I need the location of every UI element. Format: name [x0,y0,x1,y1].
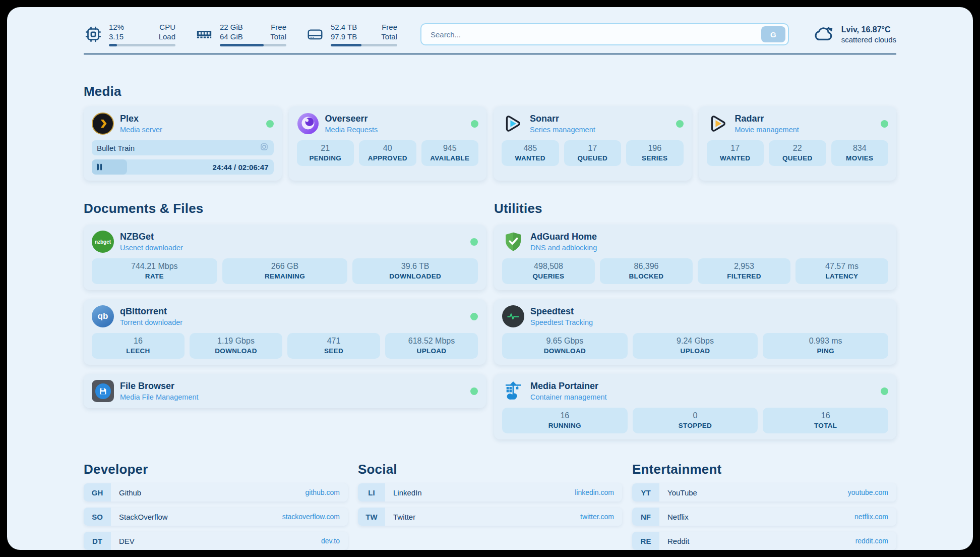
stat-tile: 9.24 GbpsUPLOAD [633,333,758,359]
stat-tile: 0.993 msPING [763,333,888,359]
card-title: Sonarr [530,114,595,124]
card-plex[interactable]: Plex Media server Bullet Train [84,106,282,181]
status-dot [470,387,478,395]
radarr-icon [707,113,729,135]
cpu-progressbar [109,44,175,46]
weather-widget[interactable]: Lviv, 16.87°C scattered clouds [812,24,896,45]
speedtest-icon [502,305,524,327]
stat-tile: 86,396BLOCKED [600,258,693,284]
status-dot [266,120,274,128]
link-name: Netflix [659,508,854,526]
link-row-dev[interactable]: DT DEV dev.to [84,532,348,550]
card-nzbget[interactable]: nzbget NZBGet Usenet downloader 744.21 M… [84,225,486,290]
card-radarr[interactable]: Radarr Movie management 17WANTED 22QUEUE… [699,106,897,181]
portainer-icon [502,380,524,402]
card-title: Plex [120,114,162,124]
stat-tile: 0STOPPED [633,408,758,433]
ram-icon [195,28,214,41]
disk-total-label: Total [381,32,397,41]
link-row-stackoverflow[interactable]: SO StackOverflow stackoverflow.com [84,508,348,526]
cpu-load-label: Load [159,32,175,41]
link-url: linkedin.com [575,483,622,502]
link-name: Twitter [385,508,580,526]
playback-progress-row: 24:44 / 02:06:47 [92,159,274,175]
link-url: github.com [305,483,348,502]
weather-condition: scattered clouds [841,35,896,44]
nzbget-icon: nzbget [92,231,114,253]
ram-free: 22 GiB [220,22,243,32]
card-subtitle: Container management [530,393,607,401]
card-subtitle: Series management [530,126,595,134]
card-qbittorrent[interactable]: qb qBittorrent Torrent downloader 16LEEC… [84,299,486,365]
stat-tile: 9.65 GbpsDOWNLOAD [502,333,628,359]
screenshot-icon[interactable] [260,142,269,153]
stat-tile: 21PENDING [297,140,354,166]
card-subtitle: DNS and adblocking [530,244,597,252]
link-abbr: SO [84,508,111,526]
link-row-twitter[interactable]: TW Twitter twitter.com [358,508,622,526]
stat-tile: 744.21 MbpsRATE [92,258,217,284]
link-name: StackOverflow [111,508,282,526]
section-title-media: Media [84,84,896,99]
stat-tile: 16LEECH [92,333,185,359]
card-title: Speedtest [530,306,593,317]
card-title: NZBGet [120,232,183,242]
link-row-linkedin[interactable]: LI LinkedIn linkedin.com [358,483,622,502]
stat-tile: 2,953FILTERED [698,258,790,284]
card-subtitle: Speedtest Tracking [530,318,593,326]
topbar-divider [84,53,896,54]
section-title-utilities: Utilities [494,201,896,216]
overseerr-icon [297,113,319,135]
card-subtitle: Movie management [735,126,799,134]
disk-progress-fill [331,44,361,46]
stat-tile: 16TOTAL [763,408,888,433]
disk-free-label: Free [382,22,397,32]
cpu-load: 3.15 [109,32,124,41]
link-row-youtube[interactable]: YT YouTube youtube.com [632,483,896,502]
search-google-button[interactable]: G [761,26,785,42]
card-filebrowser[interactable]: File Browser Media File Management [84,374,486,408]
search-input[interactable] [430,30,761,39]
ram-progress-fill [220,44,264,46]
cpu-percent: 12% [109,22,124,32]
card-title: Radarr [735,114,799,124]
search-bar: G [420,23,789,45]
stat-tile: 40APPROVED [359,140,416,166]
pause-icon [97,164,102,171]
stat-tile: 196SERIES [626,140,684,166]
card-subtitle: Media Requests [325,126,378,134]
card-overseerr[interactable]: Overseerr Media Requests 21PENDING 40APP… [289,106,487,181]
cpu-stat: 12%CPU 3.15Load [84,22,175,46]
ram-total: 64 GiB [220,32,243,41]
link-abbr: DT [84,532,111,550]
ram-stat: 22 GiBFree 64 GiBTotal [195,22,286,46]
card-title: AdGuard Home [530,232,597,242]
card-portainer[interactable]: Media Portainer Container management 16R… [494,374,896,439]
card-sonarr[interactable]: Sonarr Series management 485WANTED 17QUE… [494,106,692,181]
status-dot [471,120,478,128]
card-speedtest[interactable]: Speedtest Speedtest Tracking 9.65 GbpsDO… [494,299,896,365]
plex-icon [92,113,114,135]
disk-icon [305,27,325,41]
system-stats: 12%CPU 3.15Load [84,22,397,46]
link-abbr: LI [358,483,385,502]
section-title-social: Social [358,462,622,477]
stat-tile: 834MOVIES [831,140,889,166]
link-row-reddit[interactable]: RE Reddit reddit.com [632,532,896,550]
card-title: Overseerr [325,114,378,124]
card-adguard[interactable]: AdGuard Home DNS and adblocking 498,508Q… [494,225,896,290]
now-playing-title: Bullet Train [97,144,260,152]
disk-total: 97.9 TB [331,32,357,41]
link-row-github[interactable]: GH Github github.com [84,483,348,502]
link-name: Github [111,483,305,502]
disk-stat: 52.4 TBFree 97.9 TBTotal [305,22,397,46]
link-abbr: GH [84,483,111,502]
link-abbr: RE [632,532,659,550]
stat-tile: 22QUEUED [769,140,826,166]
status-dot [470,313,478,320]
link-url: stackoverflow.com [282,508,348,526]
weather-location-temp: Lviv, 16.87°C [841,25,896,34]
cpu-label: CPU [159,22,175,32]
card-subtitle: Media File Management [120,393,199,401]
link-row-netflix[interactable]: NF Netflix netflix.com [632,508,896,526]
